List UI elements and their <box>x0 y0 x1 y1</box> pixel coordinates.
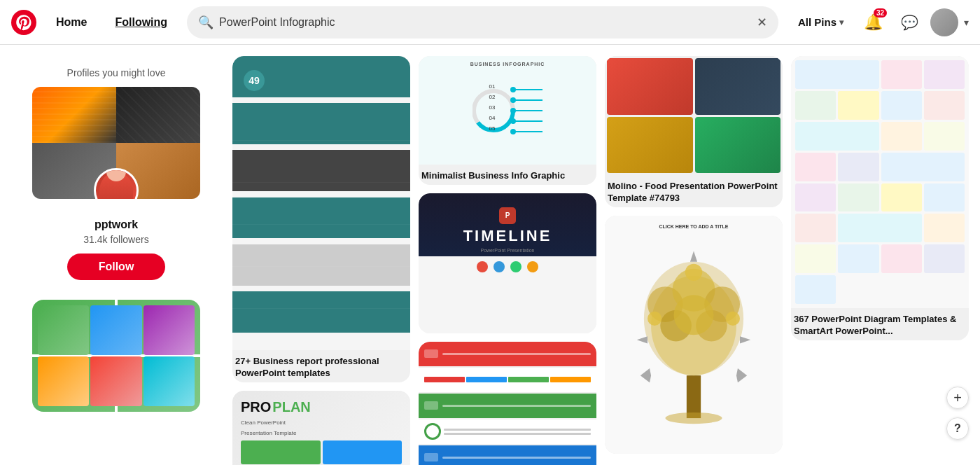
pin-card-food[interactable]: Molino - Food Presentation PowerPoint Te… <box>605 56 783 207</box>
notification-badge: 32 <box>874 8 887 18</box>
dc24 <box>924 244 965 273</box>
tree-svg <box>613 233 774 432</box>
food-cell-4 <box>695 117 781 174</box>
svg-point-10 <box>510 108 516 113</box>
search-input[interactable] <box>219 16 751 29</box>
svg-text:02: 02 <box>489 94 496 100</box>
nav-following[interactable]: Following <box>106 11 176 34</box>
avatar-image <box>930 8 958 36</box>
pin-card-diagram[interactable]: 367 PowerPoint Diagram Templates & Smart… <box>791 56 969 340</box>
second-suggestion-card[interactable] <box>32 300 200 412</box>
svg-text:01: 01 <box>489 83 496 90</box>
powerpoint-logo: P <box>499 207 516 224</box>
svg-rect-18 <box>687 375 701 418</box>
svg-marker-32 <box>740 336 750 343</box>
main-content: Profiles you might love pptwork 31.4k fo… <box>0 45 980 465</box>
pin-diagram-label: 367 PowerPoint Diagram Templates & Smart… <box>791 308 969 340</box>
profile-name: pptwork <box>22 218 210 231</box>
dc17 <box>924 183 965 212</box>
clear-search-icon[interactable]: ✕ <box>757 16 767 29</box>
colorful-visual <box>419 342 596 465</box>
pin-pro-plan-image: PRO PLAN Clean PowerPoint Presentation T… <box>232 391 410 465</box>
tree-title: CLICK HERE TO ADD A TITLE <box>613 224 774 229</box>
header: Home Following 🔍 ✕ All Pins ▾ 🔔 32 💬 ▾ <box>0 0 980 45</box>
avatar-head <box>106 168 126 181</box>
svg-point-0 <box>11 10 36 35</box>
pin-card-timeline[interactable]: P TIMELINE PowerPoint Presentation <box>419 193 596 333</box>
dc6 <box>881 91 922 120</box>
tree-visual: CLICK HERE TO ADD A TITLE <box>605 216 783 454</box>
dc21 <box>795 244 836 273</box>
nav-home[interactable]: Home <box>48 11 95 34</box>
chat-icon: 💬 <box>901 14 918 31</box>
dc20 <box>924 214 965 242</box>
sc1 <box>38 305 89 355</box>
svg-point-28 <box>648 312 662 326</box>
notifications-button[interactable]: 🔔 32 <box>858 7 888 38</box>
pin-column-4: 367 PowerPoint Diagram Templates & Smart… <box>791 56 969 340</box>
svg-text:05: 05 <box>489 125 496 132</box>
pin-card-pro-plan[interactable]: PRO PLAN Clean PowerPoint Presentation T… <box>232 391 410 465</box>
svg-point-11 <box>510 118 516 124</box>
svg-point-9 <box>510 97 516 103</box>
sc5 <box>90 356 141 406</box>
dc1 <box>795 60 879 89</box>
messages-button[interactable]: 💬 <box>894 7 925 38</box>
pins-grid: 49 27+ Business report professional Powe… <box>232 56 969 465</box>
svg-marker-34 <box>640 368 651 382</box>
header-right: All Pins ▾ 🔔 32 💬 ▾ <box>790 7 969 38</box>
pin-column-2: BUSINESS INFOGRAPHIC <box>419 56 596 465</box>
user-avatar[interactable] <box>930 8 958 36</box>
pin-card-minimalist-biz[interactable]: BUSINESS INFOGRAPHIC <box>419 56 596 185</box>
pin-biz-report-image: 49 <box>232 56 410 350</box>
pin-card-biz-report[interactable]: 49 27+ Business report professional Powe… <box>232 56 410 382</box>
svg-marker-35 <box>736 368 747 382</box>
dc23 <box>881 244 922 273</box>
collage-cell-2 <box>116 87 200 143</box>
food-visual <box>605 56 783 175</box>
profiles-section-title: Profiles you might love <box>22 67 210 78</box>
second-card-collage <box>32 300 200 412</box>
dc19 <box>838 214 922 242</box>
profile-followers: 31.4k followers <box>22 234 210 245</box>
help-fab-button[interactable]: ? <box>946 417 969 440</box>
svg-point-27 <box>674 295 714 335</box>
pin-card-colorful-slides[interactable] <box>419 342 596 465</box>
dc10 <box>924 122 965 151</box>
search-icon: 🔍 <box>198 15 214 30</box>
food-cell-2 <box>695 58 781 115</box>
profile-suggestion-card: Profiles you might love pptwork 31.4k fo… <box>11 56 221 291</box>
account-chevron-icon[interactable]: ▾ <box>964 17 969 28</box>
pin-minimalist-label: Minimalist Business Info Graphic <box>419 165 596 185</box>
timeline-subtitle: PowerPoint Presentation <box>480 248 534 253</box>
dc14 <box>795 183 836 212</box>
dc13 <box>881 153 965 181</box>
pin-card-tree[interactable]: CLICK HERE TO ADD A TITLE <box>605 216 783 454</box>
pin-timeline-image: P TIMELINE PowerPoint Presentation <box>419 193 596 333</box>
svg-point-12 <box>510 129 516 134</box>
minimalist-svg: 01 02 03 04 05 <box>472 76 542 146</box>
collage-cell-1 <box>32 87 116 143</box>
minimalist-visual: BUSINESS INFOGRAPHIC <box>419 56 596 165</box>
follow-button[interactable]: Follow <box>67 254 165 280</box>
svg-point-29 <box>726 312 740 326</box>
dc8 <box>795 122 879 151</box>
dc11 <box>795 153 836 181</box>
all-pins-dropdown[interactable]: All Pins ▾ <box>790 11 852 34</box>
dc2 <box>881 60 922 89</box>
diagram-visual <box>791 56 969 308</box>
food-cell-3 <box>607 117 693 174</box>
dc22 <box>838 244 878 273</box>
svg-text:04: 04 <box>489 115 496 121</box>
pin-tree-image: CLICK HERE TO ADD A TITLE <box>605 216 783 454</box>
dc9 <box>881 122 922 151</box>
sc3 <box>144 305 195 355</box>
pin-colorful-image <box>419 342 596 465</box>
pinterest-logo[interactable] <box>11 10 36 35</box>
svg-point-8 <box>510 87 516 92</box>
timeline-title: TIMELINE <box>463 227 552 245</box>
sc4 <box>38 356 89 406</box>
all-pins-label: All Pins <box>798 16 836 28</box>
food-cell-1 <box>607 58 693 115</box>
add-fab-button[interactable]: + <box>946 387 969 409</box>
